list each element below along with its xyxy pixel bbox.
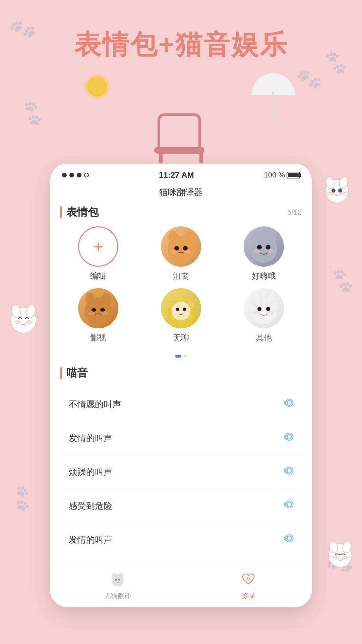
svg-point-67	[266, 307, 270, 311]
svg-point-48	[92, 308, 96, 312]
emoji-section-count: 5/12	[287, 208, 302, 217]
sound-play-icon-0[interactable]	[283, 397, 293, 411]
sound-item-0[interactable]: 不情愿的叫声	[60, 387, 302, 421]
cat-sticker-left	[7, 302, 40, 337]
emoji-title-group: 表情包	[60, 205, 99, 220]
illustration-area	[0, 63, 362, 170]
svg-point-3	[331, 189, 336, 193]
svg-point-89	[118, 579, 120, 581]
emoji-label-edit: 编辑	[90, 271, 106, 281]
emoji-section-header: 表情包 5/12	[60, 205, 302, 220]
phone-mockup: 11:27 AM 100 % 猫咪翻译器 表情包 5/12	[50, 164, 312, 607]
svg-point-91	[247, 578, 248, 579]
cat-translate-icon	[109, 570, 127, 589]
emoji-avatar-happy	[244, 226, 284, 267]
emoji-avatar-other	[244, 288, 284, 328]
sound-section-title: 喵音	[66, 366, 88, 381]
sound-name-0: 不情愿的叫声	[69, 398, 121, 410]
svg-point-51	[102, 311, 108, 315]
svg-point-49	[100, 308, 105, 312]
battery-percent: 100 %	[264, 171, 285, 179]
cat-sticker-bottom-right	[325, 539, 355, 570]
svg-point-88	[115, 579, 117, 581]
sound-section-header: 喵音	[60, 366, 302, 381]
umbrella-illustration	[251, 73, 295, 95]
sound-section: 喵音 不情愿的叫声 发情的叫声	[50, 366, 312, 556]
sound-title-group: 喵音	[60, 366, 88, 381]
sound-item-1[interactable]: 发情的叫声	[60, 421, 302, 455]
nav-item-translate[interactable]: 人猫翻译	[104, 570, 131, 600]
svg-point-36	[171, 250, 178, 254]
sound-play-icon-4[interactable]	[283, 533, 293, 546]
emoji-label-other: 其他	[256, 332, 272, 343]
page-indicator	[60, 350, 302, 366]
sound-list: 不情愿的叫声 发情的叫声	[60, 387, 302, 556]
svg-point-59	[172, 302, 190, 320]
emoji-avatar-bored	[161, 288, 201, 328]
status-battery: 100 %	[264, 171, 300, 179]
emoji-item-sad[interactable]: 沮丧	[143, 226, 219, 281]
main-title: 表情包+猫音娱乐	[0, 27, 362, 63]
sound-item-3[interactable]: 感受到危险	[60, 489, 302, 523]
app-title: 猫咪翻译器	[50, 183, 312, 205]
svg-point-60	[176, 308, 179, 311]
sound-name-3: 感受到危险	[69, 500, 112, 512]
battery-icon	[287, 172, 300, 178]
sun-illustration	[87, 76, 107, 97]
add-emoji-button[interactable]: +	[78, 226, 118, 267]
svg-point-92	[249, 578, 250, 579]
sound-item-2[interactable]: 烦躁的叫声	[60, 455, 302, 489]
page-dot-2	[184, 355, 187, 358]
emoji-label-sad: 沮丧	[173, 271, 189, 281]
svg-point-37	[184, 250, 191, 254]
sound-name-4: 发情的叫声	[69, 534, 112, 546]
emoji-item-disdain[interactable]: 鄙视	[60, 288, 136, 343]
emoji-item-add[interactable]: + 编辑	[60, 226, 136, 281]
svg-point-50	[88, 311, 95, 315]
nav-label-translate: 人猫翻译	[104, 591, 131, 600]
emoji-section-title: 表情包	[66, 205, 99, 220]
cat-sticker-right	[322, 174, 352, 206]
nav-label-liaomiao: 撩喵	[242, 591, 255, 600]
page-dot-1	[175, 355, 181, 358]
emoji-section-bar	[60, 206, 62, 218]
svg-point-12	[339, 192, 345, 196]
emoji-label-happy: 好嗨哦	[252, 271, 276, 281]
svg-point-66	[257, 307, 261, 311]
heart-cat-icon	[239, 570, 258, 589]
emoji-label-disdain: 鄙视	[90, 332, 106, 343]
emoji-item-bored[interactable]: 无聊	[143, 288, 219, 343]
sound-play-icon-3[interactable]	[283, 499, 293, 513]
svg-point-34	[174, 246, 179, 251]
svg-point-68	[254, 311, 260, 314]
sound-name-1: 发情的叫声	[69, 432, 112, 444]
svg-point-69	[267, 311, 274, 314]
emoji-grid: + 编辑	[60, 226, 302, 350]
svg-point-11	[329, 192, 335, 196]
nav-item-liaomiao[interactable]: 撩喵	[239, 570, 258, 600]
signal-dot-1	[62, 173, 67, 177]
sound-play-icon-2[interactable]	[283, 465, 293, 479]
sound-item-4[interactable]: 发情的叫声	[60, 523, 302, 556]
sound-name-2: 烦躁的叫声	[69, 466, 112, 478]
signal-dot-2	[69, 173, 74, 177]
sound-play-icon-1[interactable]	[283, 431, 293, 445]
emoji-avatar-sad	[161, 226, 201, 267]
emoji-item-other[interactable]: 其他	[226, 288, 302, 343]
emoji-avatar-disdain	[78, 288, 118, 328]
svg-point-35	[183, 246, 188, 251]
svg-point-41	[257, 245, 262, 250]
signal-dot-3	[77, 173, 81, 177]
battery-fill	[288, 173, 299, 177]
signal-dots	[62, 173, 89, 177]
svg-point-42	[266, 245, 270, 250]
status-time: 11:27 AM	[159, 170, 194, 180]
header-area: 表情包+猫音娱乐	[0, 0, 362, 63]
svg-point-43	[254, 249, 260, 253]
chair-illustration	[147, 90, 215, 164]
emoji-section: 表情包 5/12 + 编辑	[50, 205, 312, 366]
signal-dot-4	[84, 173, 89, 177]
sound-section-bar	[60, 367, 62, 379]
emoji-item-happy[interactable]: 好嗨哦	[226, 226, 302, 281]
svg-point-44	[267, 249, 274, 253]
